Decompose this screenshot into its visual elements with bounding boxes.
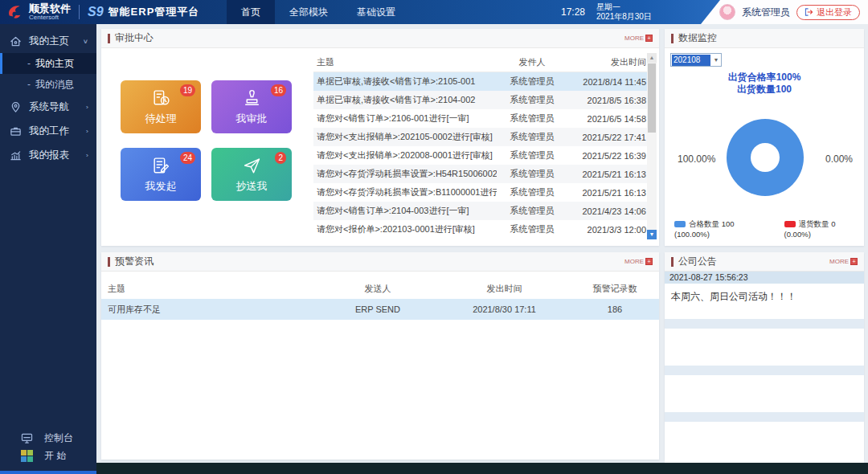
cell-subject: 请您对<销售订单>:2104-003进行[一审]: [313, 205, 497, 217]
cell-sender: 系统管理员: [497, 131, 567, 143]
donut-right-label: 0.00%: [825, 153, 853, 165]
tile-pending[interactable]: 19 待处理: [121, 80, 201, 133]
period-value: 202108: [672, 55, 710, 66]
cell-sender: 系统管理员: [497, 205, 567, 217]
clock-weekday: 星期一: [596, 2, 652, 12]
alerts-more-button[interactable]: MORE +: [624, 258, 653, 265]
console-button[interactable]: 控制台: [0, 429, 96, 447]
legend-swatch-red: [784, 221, 796, 227]
brand-name-en: Centersoft: [29, 14, 71, 21]
table-row[interactable]: 请您对<支出报销单>:202008-0001进行[审核] 系统管理员 2021/…: [313, 146, 648, 165]
cell-subject: 单据已审核,请接收<销售订单>:2105-001: [313, 76, 497, 88]
table-row[interactable]: 可用库存不足 ERP SEND 2021/8/30 17:11 186: [101, 299, 659, 320]
stamp-icon: [242, 88, 262, 108]
chevron-right-icon: ›: [86, 152, 88, 159]
table-row[interactable]: 单据已审核,请接收<销售订单>:2105-001 系统管理员 2021/8/14…: [313, 72, 648, 91]
tile-label: 抄送我: [236, 179, 268, 194]
home-icon: [8, 35, 23, 47]
tile-cc-to-me[interactable]: 2 抄送我: [211, 148, 292, 201]
table-row[interactable]: 请您对<存货浮动耗损率设置>:H54R15006002进行[审核] 系统管理员 …: [313, 165, 648, 183]
more-label: MORE: [624, 258, 644, 265]
cc-count-badge: 2: [275, 152, 286, 164]
table-row[interactable]: 请您对<支出报销单>:202105-0002进行[审核] 系统管理员 2021/…: [313, 128, 648, 146]
clock-time: 17:28: [561, 0, 585, 24]
alerts-panel-title: 预警资讯: [115, 255, 624, 268]
cell-time: 2021/5/21 16:13: [567, 170, 648, 179]
alerts-table: 主题 发送人 发出时间 预警记录数 可用库存不足 ERP SEND 2021/8…: [101, 272, 659, 320]
cell-sender: ERP SEND: [317, 304, 438, 314]
table-row[interactable]: 单据已审核,请接收<销售订单>:2104-002 系统管理员 2021/8/5 …: [313, 91, 648, 109]
scroll-down-icon[interactable]: ▼: [647, 230, 657, 239]
sidebar: 我的主页 ∨ 我的主页 我的消息 系统导航 › 我的工作 › 我的报表 ›: [0, 24, 96, 474]
chevron-down-icon: ∨: [83, 38, 88, 45]
notice-empty-slot-bar: [665, 412, 864, 422]
period-select[interactable]: 202108 ▼: [670, 53, 722, 67]
panel-title-bar: [671, 34, 674, 43]
cell-sender: 系统管理员: [497, 149, 567, 161]
chevron-down-icon: ▼: [711, 57, 721, 63]
legend-item-pass: 合格数量 100 (100.00%): [674, 219, 772, 239]
table-row[interactable]: 请您对<存货浮动耗损率设置>:B11000001进行[审核] 系统管理员 202…: [313, 183, 648, 202]
sidebar-item-my-reports[interactable]: 我的报表 ›: [0, 143, 96, 167]
table-row[interactable]: 请您对<销售订单>:2106-001进行[一审] 系统管理员 2021/6/5 …: [313, 109, 648, 128]
cell-subject: 请您对<销售订单>:2106-001进行[一审]: [313, 112, 497, 125]
more-icon: +: [850, 258, 858, 265]
cell-time: 2021/5/21 16:13: [567, 188, 648, 198]
approval-center-panel: 审批中心 MORE + 19 待处理 16 我审批 24: [101, 29, 659, 246]
notice-item[interactable]: 2021-08-27 15:56:23 本周六、周日公司活动！！！: [665, 272, 864, 319]
sidebar-item-system-nav[interactable]: 系统导航 ›: [0, 95, 96, 119]
start-icon: [21, 450, 33, 462]
tab-home[interactable]: 首页: [227, 0, 275, 24]
chevron-right-icon: ›: [86, 128, 88, 135]
tile-my-approvals[interactable]: 16 我审批: [211, 80, 292, 133]
notice-panel-header: 公司公告 MORE +: [665, 252, 864, 272]
approval-table-header: 主题 发件人 发出时间: [313, 53, 648, 72]
panel-title-bar: [108, 34, 110, 43]
product-title: 智能ERP管理平台: [108, 5, 200, 19]
scroll-up-icon[interactable]: ▲: [647, 53, 657, 63]
monitor-panel-header: 数据监控: [665, 29, 864, 48]
notice-more-button[interactable]: MORE +: [829, 258, 858, 265]
doc-edit-icon: [151, 156, 171, 176]
notice-empty-slot: [665, 375, 864, 412]
cell-subject: 请您对<存货浮动耗损率设置>:H54R15006002进行[审核]: [313, 168, 497, 180]
tile-label: 待处理: [145, 112, 177, 126]
start-button[interactable]: 开 始: [0, 447, 96, 464]
donut-left-label: 100.00%: [678, 153, 715, 165]
s9-logo: S9: [88, 5, 104, 19]
approval-tiles: 19 待处理 16 我审批 24 我发起 2: [121, 80, 294, 201]
tab-all-modules[interactable]: 全部模块: [275, 0, 342, 24]
tab-basic-settings[interactable]: 基础设置: [342, 0, 410, 24]
top-bar: 顺景软件 Centersoft S9 智能ERP管理平台 首页 全部模块 基础设…: [0, 0, 868, 24]
table-row[interactable]: 请您对<报价单>:202103-0001进行[审核] 系统管理员 2021/3/…: [313, 220, 648, 239]
approval-panel-title: 审批中心: [115, 31, 624, 45]
initiated-count-badge: 24: [180, 152, 195, 164]
approval-table: 主题 发件人 发出时间 单据已审核,请接收<销售订单>:2105-001 系统管…: [313, 53, 648, 239]
cell-subject: 请您对<支出报销单>:202008-0001进行[审核]: [313, 149, 497, 161]
centersoft-bird-icon: [6, 3, 24, 21]
approval-more-button[interactable]: MORE +: [624, 35, 653, 42]
sidebar-item-my-work[interactable]: 我的工作 ›: [0, 119, 96, 143]
tile-initiated-by-me[interactable]: 24 我发起: [121, 148, 201, 201]
cell-time: 2021/4/23 14:06: [567, 206, 648, 216]
avatar[interactable]: [719, 4, 735, 20]
sidebar-subitem-my-messages[interactable]: 我的消息: [0, 74, 96, 95]
logout-button[interactable]: 退出登录: [796, 5, 860, 20]
approval-scrollbar[interactable]: ▲ ▼: [647, 53, 657, 239]
sidebar-subitem-my-home[interactable]: 我的主页: [0, 53, 96, 74]
cell-subject: 请您对<存货浮动耗损率设置>:B11000001进行[审核]: [313, 186, 497, 198]
notice-empty-slot-bar: [665, 319, 864, 329]
notice-empty-slot: [665, 329, 864, 366]
alerts-table-header: 主题 发送人 发出时间 预警记录数: [101, 278, 659, 299]
cell-count: 186: [571, 304, 659, 314]
brand-name-cn: 顺景软件: [29, 3, 71, 14]
chart-icon: [8, 149, 23, 161]
notice-empty-slot-bar: [665, 366, 864, 375]
cell-sender: 系统管理员: [497, 76, 567, 88]
scrollbar-thumb[interactable]: [648, 63, 656, 133]
more-icon: +: [645, 35, 653, 42]
table-row[interactable]: 请您对<销售订单>:2104-003进行[一审] 系统管理员 2021/4/23…: [313, 202, 648, 220]
cell-sender: 系统管理员: [497, 112, 567, 125]
cell-sender: 系统管理员: [497, 186, 567, 198]
sidebar-item-my-home[interactable]: 我的主页 ∨: [0, 29, 96, 53]
